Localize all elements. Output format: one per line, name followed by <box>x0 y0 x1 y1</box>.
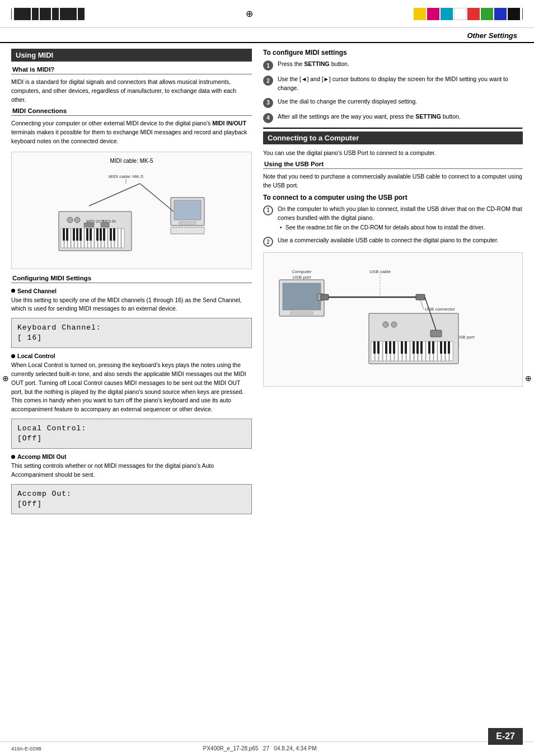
color-block-white <box>454 8 466 20</box>
svg-rect-67 <box>416 294 425 300</box>
color-block-magenta <box>427 8 439 20</box>
midi-connection-svg: MIDI OUT MIDI IN <box>53 167 210 262</box>
page-footer: 419A-E-029B PX400R_e_17-28.p65 27 04.8.2… <box>0 741 534 756</box>
svg-line-53 <box>89 184 140 206</box>
svg-rect-30 <box>110 228 112 241</box>
connect-step-text-1: On the computer to which you plan to con… <box>278 205 523 232</box>
svg-rect-25 <box>86 228 88 241</box>
svg-rect-111 <box>448 341 450 354</box>
footer-center: PX400R_e_17-28.p65 27 04.8.24, 4:34 PM <box>203 745 317 752</box>
svg-rect-103 <box>405 341 407 354</box>
svg-rect-102 <box>401 341 403 354</box>
svg-rect-20 <box>63 228 65 241</box>
what-is-midi-heading: What is MIDI? <box>11 66 252 74</box>
svg-rect-66 <box>321 294 329 300</box>
step-1-configure: 1 Press the SETTING button. <box>263 60 523 71</box>
black-blocks-left <box>14 8 85 20</box>
svg-rect-108 <box>432 341 434 354</box>
header-right <box>414 8 523 20</box>
midi-diagram-label: MIDI cable: MK-5 <box>17 158 246 164</box>
blk2 <box>32 8 39 20</box>
connect-steps: 1 On the computer to which you plan to c… <box>263 205 523 247</box>
svg-line-54 <box>140 184 174 212</box>
step-2-configure: 2 Use the [◄] and [►] cursor buttons to … <box>263 75 523 93</box>
accomp-midi-out-lcd: Accomp Out: [Off] <box>11 484 252 514</box>
what-is-midi-body: MIDI is a standard for digital signals a… <box>11 78 252 104</box>
svg-point-74 <box>383 322 388 327</box>
step-text-4: After all the settings are the way you w… <box>278 112 461 121</box>
vertical-line-right <box>522 8 523 20</box>
svg-text:USB port: USB port <box>293 275 311 280</box>
connecting-computer-title: Connecting to a Computer <box>263 132 523 144</box>
configure-midi-heading: To configure MIDI settings <box>263 49 523 57</box>
svg-text:MIDI cable: MK-5: MIDI cable: MK-5 <box>109 174 143 179</box>
svg-rect-24 <box>79 228 82 241</box>
section-divider-1 <box>263 128 523 129</box>
send-channel-body: Use this setting to specify one of the M… <box>11 296 252 314</box>
page-title: Other Settings <box>467 31 517 40</box>
step-num-3: 3 <box>263 98 273 108</box>
step-4-configure: 4 After all the settings are the way you… <box>263 112 523 123</box>
midi-diagram: MIDI cable: MK-5 <box>11 152 252 269</box>
bullet-dot-accomp <box>11 455 15 459</box>
bullet-dot-local <box>11 354 15 358</box>
side-crosshair-right: ⊕ <box>525 374 532 383</box>
svg-rect-27 <box>96 228 99 241</box>
usb-port-body: Note that you need to purchase a commerc… <box>263 172 523 190</box>
svg-rect-112 <box>430 330 442 337</box>
top-header: ⊕ <box>0 0 534 28</box>
blk6 <box>78 8 85 20</box>
svg-text:Computer: Computer <box>292 269 311 274</box>
step-text-1: Press the SETTING button. <box>278 60 349 69</box>
svg-rect-19 <box>121 228 124 248</box>
configuring-midi-heading: Configuring MIDI Settings <box>11 275 252 283</box>
blk5 <box>60 8 77 20</box>
svg-rect-98 <box>377 341 380 354</box>
connect-step-subbullet-1: See the readme.txt file on the CD-ROM fo… <box>280 224 523 232</box>
bullet-dot-send <box>11 289 15 293</box>
svg-rect-104 <box>413 341 415 354</box>
local-control-lcd: Local Control: [Off] <box>11 419 252 449</box>
midi-connections-heading: MIDI Connections <box>11 107 252 116</box>
connecting-computer-intro: You can use the digital piano's USB Port… <box>263 149 523 158</box>
svg-rect-39 <box>174 200 201 220</box>
local-control-body: When Local Control is turned on, pressin… <box>11 361 252 414</box>
midi-connections-body: Connecting your computer or other extern… <box>11 119 252 145</box>
svg-rect-58 <box>283 283 321 310</box>
svg-rect-97 <box>373 341 376 354</box>
svg-rect-21 <box>66 228 68 241</box>
svg-rect-31 <box>113 228 115 241</box>
svg-rect-18 <box>118 228 121 248</box>
svg-point-32 <box>67 217 73 223</box>
svg-point-33 <box>74 217 80 223</box>
color-block-blue <box>494 8 507 20</box>
svg-rect-37 <box>101 223 109 227</box>
blk4 <box>52 8 59 20</box>
svg-rect-106 <box>420 341 423 354</box>
accomp-midi-out-body: This setting controls whether or not MID… <box>11 462 252 480</box>
step-3-configure: 3 Use the dial to change the currently d… <box>263 97 523 108</box>
svg-rect-23 <box>76 228 78 241</box>
connect-step-num-2: 2 <box>263 237 273 247</box>
connect-step-2: 2 Use a commercially available USB cable… <box>263 236 523 247</box>
connect-steps-heading: To connect to a computer using the USB p… <box>263 194 523 201</box>
right-column: To configure MIDI settings 1 Press the S… <box>263 49 523 519</box>
crosshair-top: ⊕ <box>243 6 255 21</box>
svg-line-69 <box>420 300 424 309</box>
color-block-cyan <box>441 8 453 20</box>
svg-point-75 <box>391 322 397 327</box>
svg-rect-107 <box>428 341 430 354</box>
configure-midi-steps: 1 Press the SETTING button. 2 Use the [◄… <box>263 60 523 123</box>
main-content: Using MIDI What is MIDI? MIDI is a stand… <box>0 43 534 524</box>
color-block-green <box>481 8 493 20</box>
vertical-line-left <box>11 8 12 20</box>
connect-step-num-1: 1 <box>263 205 273 215</box>
svg-rect-59 <box>291 312 313 314</box>
svg-rect-105 <box>416 341 419 354</box>
send-channel-label: Send Channel <box>11 288 252 294</box>
svg-rect-99 <box>385 341 387 354</box>
svg-rect-110 <box>444 341 446 354</box>
svg-rect-29 <box>103 228 105 241</box>
using-midi-title: Using MIDI <box>11 49 252 62</box>
color-block-yellow <box>414 8 426 20</box>
